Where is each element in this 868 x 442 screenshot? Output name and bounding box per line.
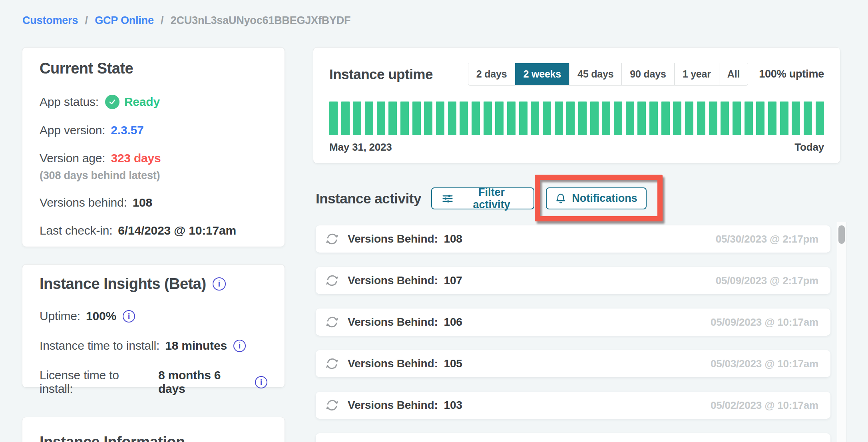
uptime-bar xyxy=(649,102,658,135)
uptime-bar xyxy=(507,102,516,135)
activity-row-value: 103 xyxy=(444,399,462,412)
uptime-bar xyxy=(614,102,622,135)
instance-insights-card: Instance Insights (Beta) i Uptime: 100% … xyxy=(22,264,285,388)
notifications-label: Notifications xyxy=(572,192,637,205)
uptime-bar xyxy=(448,102,456,135)
activity-row: Versions Behind: 105 05/03/2023 @ 10:17a… xyxy=(316,350,830,377)
activity-row-timestamp: 05/03/2023 @ 10:17am xyxy=(711,358,818,370)
activity-row-timestamp: 05/02/2023 @ 10:17am xyxy=(711,399,818,412)
uptime-bar xyxy=(602,102,610,135)
last-checkin-value: 6/14/2023 @ 10:17am xyxy=(118,224,236,237)
activity-row: Versions Behind: 107 05/09/2023 @ 2:17pm xyxy=(316,267,830,294)
uptime-bar xyxy=(353,102,361,135)
instance-install-value: 18 minutes xyxy=(165,339,227,352)
sync-icon xyxy=(325,273,340,288)
uptime-bar xyxy=(721,102,729,135)
version-age-label: Version age: xyxy=(40,151,105,165)
activity-scrollbar-track[interactable] xyxy=(837,222,846,442)
versions-behind-label: Versions behind: xyxy=(40,196,127,209)
uptime-bar xyxy=(756,102,764,135)
uptime-bar xyxy=(495,102,504,135)
uptime-bar xyxy=(388,102,397,135)
uptime-bar xyxy=(626,102,634,135)
uptime-bar xyxy=(531,102,539,135)
uptime-summary: 100% uptime xyxy=(759,68,824,80)
uptime-bar xyxy=(637,102,646,135)
last-checkin-row: Last check-in: 6/14/2023 @ 10:17am xyxy=(40,224,267,237)
uptime-bar xyxy=(661,102,670,135)
version-age-value: 323 days xyxy=(111,151,161,165)
uptime-bars xyxy=(329,102,824,135)
license-install-row: License time to install: 8 months 6 days… xyxy=(40,368,267,396)
activity-row-value: 108 xyxy=(444,233,462,245)
activity-row-label: Versions Behind: xyxy=(348,357,438,370)
app-version-label: App version: xyxy=(40,123,105,137)
info-icon[interactable]: i xyxy=(255,376,267,388)
uptime-bar xyxy=(709,102,717,135)
current-state-title: Current State xyxy=(40,60,267,77)
activity-row-timestamp: 05/09/2023 @ 2:17pm xyxy=(716,275,818,287)
sync-icon xyxy=(325,356,340,371)
last-checkin-label: Last check-in: xyxy=(40,224,112,237)
app-version-value[interactable]: 2.3.57 xyxy=(111,123,143,137)
info-icon[interactable]: i xyxy=(233,340,246,352)
range-button-45-days[interactable]: 45 days xyxy=(569,63,621,85)
uptime-bar xyxy=(804,102,812,135)
uptime-bar xyxy=(436,102,444,135)
uptime-insight-row: Uptime: 100% i xyxy=(40,309,267,323)
uptime-bar xyxy=(555,102,563,135)
uptime-bar xyxy=(543,102,551,135)
instance-install-row: Instance time to install: 18 minutes i xyxy=(40,339,267,352)
activity-row-value: 105 xyxy=(444,357,462,370)
uptime-bar xyxy=(472,102,480,135)
info-icon[interactable]: i xyxy=(213,277,226,291)
chart-start-label: May 31, 2023 xyxy=(329,141,392,153)
instance-detail-page: Customers / GCP Online / 2CU3nL3saUNyoc6… xyxy=(0,0,868,442)
current-state-card: Current State App status: Ready App vers… xyxy=(22,47,285,247)
activity-row-label: Versions Behind: xyxy=(348,274,438,287)
uptime-insight-value: 100% xyxy=(86,309,116,323)
breadcrumb-link-customers[interactable]: Customers xyxy=(22,14,78,26)
bell-icon xyxy=(555,193,566,204)
breadcrumb-link-gcp-online[interactable]: GCP Online xyxy=(95,14,154,26)
breadcrumb-separator: / xyxy=(161,14,163,26)
range-button-90-days[interactable]: 90 days xyxy=(621,63,674,85)
uptime-bar xyxy=(341,102,350,135)
range-button-all[interactable]: All xyxy=(719,63,748,85)
uptime-bar xyxy=(329,102,338,135)
range-button-2-weeks[interactable]: 2 weeks xyxy=(515,63,569,85)
filter-activity-label: Filter activity xyxy=(459,186,524,211)
uptime-bar xyxy=(792,102,800,135)
activity-row-timestamp: 05/30/2023 @ 2:17pm xyxy=(716,233,818,245)
uptime-bar xyxy=(424,102,432,135)
breadcrumb-current-instance-id: 2CU3nL3saUNyoc61BBEGJXfBYDF xyxy=(171,14,351,26)
uptime-bar xyxy=(519,102,528,135)
instance-install-label: Instance time to install: xyxy=(40,339,159,352)
versions-behind-value: 108 xyxy=(133,196,152,209)
range-button-2-days[interactable]: 2 days xyxy=(468,63,515,85)
uptime-bar xyxy=(697,102,705,135)
activity-row-label: Versions Behind: xyxy=(348,233,438,245)
uptime-bar xyxy=(780,102,788,135)
instance-uptime-title: Instance uptime xyxy=(329,66,433,82)
instance-information-title: Instance Information xyxy=(40,433,267,442)
uptime-bar xyxy=(566,102,575,135)
range-button-1-year[interactable]: 1 year xyxy=(674,63,719,85)
app-status-row: App status: Ready xyxy=(40,95,267,109)
app-status-label: App status: xyxy=(40,95,99,109)
instance-uptime-card: Instance uptime 2 days 2 weeks 45 days 9… xyxy=(313,47,840,163)
activity-row-value: 107 xyxy=(444,274,462,287)
license-install-label: License time to install: xyxy=(40,368,153,396)
uptime-range-selector: 2 days 2 weeks 45 days 90 days 1 year Al… xyxy=(468,63,748,86)
activity-row-timestamp: 05/09/2023 @ 10:17am xyxy=(711,316,818,329)
license-install-value: 8 months 6 days xyxy=(158,368,249,396)
activity-row-label: Versions Behind: xyxy=(348,399,438,412)
info-icon[interactable]: i xyxy=(123,310,135,323)
activity-scrollbar-thumb[interactable] xyxy=(838,225,845,244)
notifications-button[interactable]: Notifications xyxy=(546,187,647,209)
uptime-bar xyxy=(733,102,741,135)
filter-activity-button[interactable]: Filter activity xyxy=(431,187,534,209)
activity-row: Versions Behind: 108 05/30/2023 @ 2:17pm xyxy=(316,225,830,253)
uptime-bar xyxy=(685,102,693,135)
instance-activity-title: Instance activity xyxy=(316,191,421,207)
